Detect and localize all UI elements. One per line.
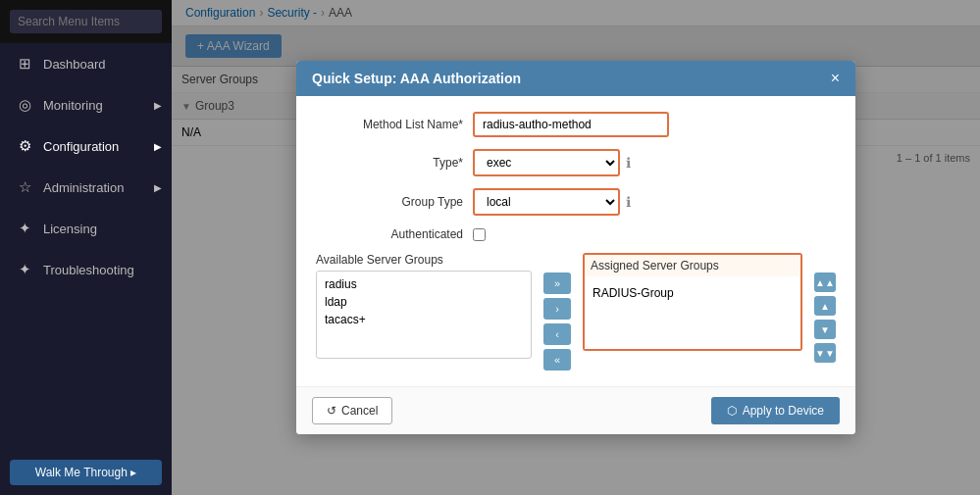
assigned-server-groups-label: Assigned Server Groups (585, 255, 800, 276)
modal-overlay: Quick Setup: AAA Authorization × Method … (172, 0, 980, 495)
search-input[interactable] (10, 10, 162, 33)
licensing-icon: ✦ (14, 218, 35, 239)
sidebar-item-monitoring[interactable]: ◎ Monitoring ▶ (0, 84, 172, 125)
sidebar-bottom: Walk Me Through ▸ (0, 450, 172, 495)
assigned-server-groups-list: RADIUS-Group (585, 280, 800, 349)
move-down-button[interactable]: ▼ (814, 320, 836, 339)
cancel-label: Cancel (341, 404, 378, 418)
move-left-button[interactable]: ‹ (543, 323, 571, 345)
cancel-icon: ↺ (327, 404, 336, 418)
available-server-groups-list: radius ldap tacacs+ (316, 271, 532, 359)
group-type-row: Group Type local radius tacacs+ ldap ℹ (316, 188, 836, 216)
method-list-name-input[interactable] (473, 112, 669, 137)
dashboard-icon: ⊞ (14, 53, 35, 74)
server-groups-row: Available Server Groups radius ldap taca… (316, 253, 836, 371)
apply-to-device-button[interactable]: ⬡ Apply to Device (711, 397, 840, 424)
move-all-left-button[interactable]: « (543, 349, 571, 371)
assigned-server-groups-section: Assigned Server Groups RADIUS-Group (583, 253, 802, 351)
type-row: Type* exec commands network ℹ (316, 149, 836, 176)
move-all-right-button[interactable]: » (543, 272, 571, 294)
authenticated-checkbox[interactable] (473, 228, 486, 241)
modal-footer: ↺ Cancel ⬡ Apply to Device (296, 386, 855, 434)
chevron-right-icon: ▶ (154, 100, 162, 111)
sidebar: ⊞ Dashboard ◎ Monitoring ▶ ⚙ Configurati… (0, 0, 172, 495)
main-content: Configuration › Security - › AAA + AAA W… (172, 0, 980, 495)
available-server-groups-label: Available Server Groups (316, 253, 532, 267)
monitoring-icon: ◎ (14, 94, 35, 116)
group-type-info-icon: ℹ (626, 194, 631, 210)
group-type-select-wrap: local radius tacacs+ ldap ℹ (473, 188, 631, 216)
sidebar-item-label: Configuration (43, 139, 119, 154)
move-to-top-button[interactable]: ▲▲ (814, 272, 836, 292)
transfer-buttons: » › ‹ « (543, 253, 571, 371)
order-buttons: ▲▲ ▲ ▼ ▼▼ (814, 253, 836, 363)
configuration-icon: ⚙ (14, 135, 35, 157)
move-right-button[interactable]: › (543, 298, 571, 320)
sidebar-item-label: Troubleshooting (43, 263, 134, 277)
chevron-right-icon: ▶ (154, 182, 162, 193)
sidebar-item-label: Dashboard (43, 57, 106, 72)
group-type-label: Group Type (316, 195, 463, 209)
cancel-button[interactable]: ↺ Cancel (312, 397, 392, 424)
sidebar-item-label: Licensing (43, 222, 97, 236)
modal-header: Quick Setup: AAA Authorization × (296, 61, 855, 96)
move-to-bottom-button[interactable]: ▼▼ (814, 343, 836, 363)
apply-icon: ⬡ (727, 404, 737, 418)
authenticated-row: Authenticated (316, 227, 836, 241)
modal: Quick Setup: AAA Authorization × Method … (296, 61, 855, 434)
list-item[interactable]: ldap (321, 293, 527, 311)
sidebar-item-troubleshooting[interactable]: ✦ Troubleshooting (0, 249, 172, 290)
sidebar-item-administration[interactable]: ☆ Administration ▶ (0, 167, 172, 208)
troubleshooting-icon: ✦ (14, 259, 35, 280)
sidebar-search-container (0, 0, 172, 43)
sidebar-item-configuration[interactable]: ⚙ Configuration ▶ (0, 125, 172, 167)
apply-label: Apply to Device (743, 404, 824, 418)
type-label: Type* (316, 156, 463, 170)
list-item[interactable]: radius (321, 275, 527, 293)
list-item[interactable]: tacacs+ (321, 311, 527, 328)
sidebar-item-label: Monitoring (43, 98, 103, 113)
move-up-button[interactable]: ▲ (814, 296, 836, 316)
list-item[interactable]: RADIUS-Group (589, 284, 797, 302)
available-server-groups-section: Available Server Groups radius ldap taca… (316, 253, 532, 359)
type-select[interactable]: exec commands network (473, 149, 620, 176)
administration-icon: ☆ (14, 176, 35, 198)
modal-close-button[interactable]: × (831, 71, 840, 86)
modal-body: Method List Name* Type* exec commands ne… (296, 96, 855, 386)
group-type-select[interactable]: local radius tacacs+ ldap (473, 188, 620, 216)
sidebar-item-licensing[interactable]: ✦ Licensing (0, 208, 172, 249)
sidebar-item-label: Administration (43, 180, 124, 195)
method-list-name-row: Method List Name* (316, 112, 836, 137)
chevron-right-icon: ▶ (154, 141, 162, 152)
modal-title: Quick Setup: AAA Authorization (312, 71, 521, 86)
method-list-name-label: Method List Name* (316, 118, 463, 131)
sidebar-item-dashboard[interactable]: ⊞ Dashboard (0, 43, 172, 84)
walk-me-through-button[interactable]: Walk Me Through ▸ (10, 460, 162, 485)
type-info-icon: ℹ (626, 155, 631, 171)
type-select-wrap: exec commands network ℹ (473, 149, 631, 176)
authenticated-label: Authenticated (316, 227, 463, 241)
